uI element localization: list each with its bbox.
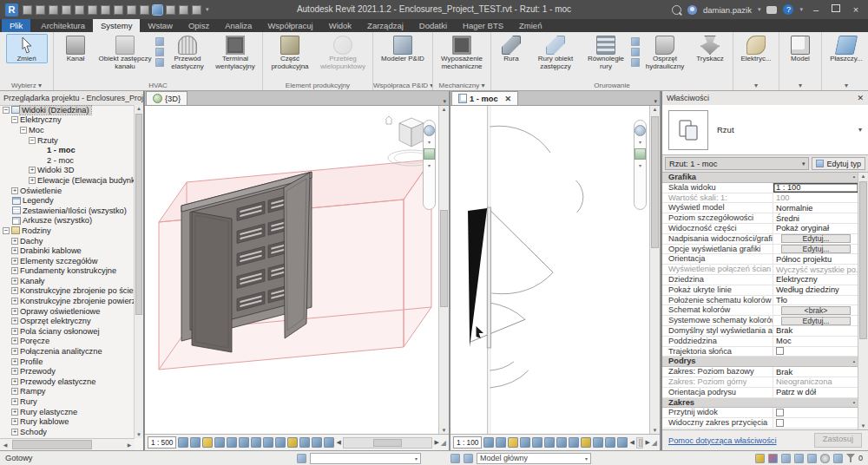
revit-logo-icon[interactable]: R [5, 3, 18, 16]
collapse-icon[interactable]: − [11, 116, 18, 123]
expand-icon[interactable]: + [11, 318, 18, 324]
expand-icon[interactable]: + [11, 247, 18, 254]
expand-icon[interactable]: + [11, 267, 18, 274]
worksets-icon[interactable] [297, 454, 306, 463]
viewport1-vertical-scrollbar[interactable]: ▲ ▼ [438, 106, 449, 434]
tree-item[interactable]: +Połączenia analityczne [0, 346, 135, 357]
panel-label-wybierz[interactable]: Wybierz ▾ [0, 81, 53, 90]
shadows-icon[interactable] [214, 437, 225, 448]
collapse-icon[interactable]: − [20, 127, 27, 134]
tree-item[interactable]: +Widoki 3D [0, 166, 135, 176]
scroll-up-icon[interactable]: ▲ [858, 174, 868, 179]
property-value[interactable]: Moc [773, 337, 858, 346]
scroll-up-icon[interactable]: ▲ [439, 107, 449, 112]
view-tab-3d[interactable]: {3D} [146, 91, 187, 105]
redo-icon[interactable] [75, 5, 84, 15]
tree-item[interactable]: +Osprzęt elektryczny [0, 316, 135, 326]
expand-icon[interactable]: + [11, 287, 18, 294]
expand-icon[interactable]: + [11, 418, 18, 425]
undo-icon[interactable] [62, 5, 71, 15]
tab-systemy[interactable]: Systemy [93, 19, 140, 32]
worksharing-icon[interactable] [324, 437, 334, 448]
property-edit-button[interactable]: Edytuj... [781, 245, 852, 253]
workplane-button[interactable]: Płaszczy... [825, 34, 868, 63]
property-edit-button[interactable]: Edytuj... [781, 317, 852, 325]
collapse-icon[interactable]: − [3, 227, 10, 234]
panel-label-elektryczny[interactable]: ▾ [733, 81, 779, 90]
model-button[interactable]: Model [782, 34, 819, 63]
temporary-hide-icon[interactable] [275, 437, 286, 448]
default-3d-view-icon[interactable] [153, 5, 162, 15]
select-underlay-icon[interactable] [781, 454, 791, 463]
panel-label-orurowanie[interactable]: Orurowanie [491, 81, 733, 90]
visual-style-icon[interactable] [496, 437, 506, 448]
scroll-left-icon[interactable]: ◀ [2, 442, 9, 448]
property-value[interactable]: Tło [773, 296, 858, 305]
property-checkbox[interactable] [776, 419, 784, 427]
tree-item[interactable]: −Elektryczny [0, 115, 135, 126]
navigation-bar-1[interactable]: ▾ ▾ [423, 120, 436, 210]
steering-wheel-icon[interactable] [635, 125, 646, 136]
fabrication-part-button[interactable]: Część produkcyjna [266, 34, 314, 70]
tree-item[interactable]: −Rzuty [0, 135, 135, 146]
zoom-chevron-icon[interactable]: ▾ [639, 163, 641, 168]
tab-wspolpracuj[interactable]: Współpracuj [260, 19, 320, 32]
resize-grip-icon[interactable]: ◢ [652, 439, 657, 447]
tree-item[interactable]: Zestawienia/Ilości (wszystko) [0, 206, 135, 216]
duct-accessory-icon[interactable] [155, 48, 164, 56]
property-value[interactable]: 1 : 100 [773, 183, 858, 193]
view-tab-list-icon[interactable]: ▾ [440, 98, 449, 105]
select-links-icon[interactable] [768, 454, 778, 463]
property-value[interactable]: Pokaż oryginał [773, 224, 858, 233]
pipe-accessory-icon[interactable] [631, 48, 640, 56]
expand-icon[interactable]: + [11, 258, 18, 265]
collapse-icon[interactable]: − [3, 107, 10, 114]
scroll-up-icon[interactable]: ▲ [650, 107, 660, 112]
tree-item[interactable]: +Przewody elastyczne [0, 377, 135, 387]
tree-item[interactable]: +Elewacje (Elewacja budynku) [0, 175, 135, 186]
scroll-right-icon[interactable]: ▶ [126, 442, 133, 448]
edit-type-button[interactable]: Edytuj typ [812, 157, 865, 170]
tab-wstaw[interactable]: Wstaw [140, 19, 181, 32]
duct-button[interactable]: Kanał [56, 34, 95, 63]
resize-grip-icon[interactable]: ◢ [441, 439, 446, 447]
pipe-placeholder-button[interactable]: Rury obiekt zastępczy [530, 34, 581, 70]
plan-canvas[interactable]: ▾ ▾ [450, 106, 650, 434]
navigation-bar-2[interactable]: ▾ ▾ [634, 120, 647, 210]
shadows-icon[interactable] [520, 437, 530, 448]
aligned-dimension-icon[interactable] [114, 5, 123, 15]
type-image-button[interactable] [668, 110, 708, 150]
tree-item[interactable]: +Rury elastyczne [0, 407, 135, 417]
temporary-hide-icon[interactable] [569, 437, 579, 448]
project-browser-header[interactable]: Przeglądarka projektu - Enclosures_Proje… [0, 91, 143, 106]
duct-fitting-icon[interactable] [155, 37, 164, 46]
property-value[interactable] [773, 408, 858, 417]
property-value[interactable]: Średni [773, 213, 858, 223]
tree-item[interactable]: +Poręcze [0, 337, 135, 347]
crop-view-icon[interactable] [532, 437, 542, 448]
modify-button[interactable]: Zmień [6, 34, 48, 63]
background-processes-icon[interactable] [820, 454, 830, 463]
expand-icon[interactable]: + [11, 337, 18, 344]
property-value[interactable]: Edytuj... [773, 316, 858, 325]
scroll-down-icon[interactable]: ▼ [650, 428, 660, 433]
view-tab-close-icon[interactable]: ✕ [505, 95, 512, 103]
tree-item[interactable]: +Konstrukcyjne zbrojenie po ścieżce [0, 286, 135, 297]
tree-item[interactable]: +Rury [0, 396, 135, 407]
print-icon[interactable] [88, 5, 97, 15]
panel-label-mechaniczny[interactable]: Mechaniczny ▾ [433, 81, 490, 90]
help-menu-chevron-icon[interactable]: ▾ [799, 6, 803, 13]
selection-filter-icon[interactable] [833, 454, 843, 463]
property-value[interactable]: Edytuj... [773, 245, 858, 254]
show-crop-icon[interactable] [544, 437, 555, 448]
visual-style-icon[interactable] [190, 437, 201, 448]
render-icon[interactable] [227, 437, 237, 448]
tab-plik[interactable]: Plik [2, 19, 30, 32]
steering-wheel-chevron-icon[interactable]: ▾ [428, 140, 431, 145]
pipe-fitting-icon[interactable] [631, 37, 640, 46]
show-crop-icon[interactable] [251, 437, 261, 448]
scroll-down-icon[interactable]: ▼ [439, 428, 449, 433]
parallel-pipes-button[interactable]: Równoległe rury [582, 34, 629, 70]
expand-icon[interactable]: + [11, 358, 18, 365]
tree-item[interactable]: +Oprawy oświetleniowe [0, 306, 135, 317]
